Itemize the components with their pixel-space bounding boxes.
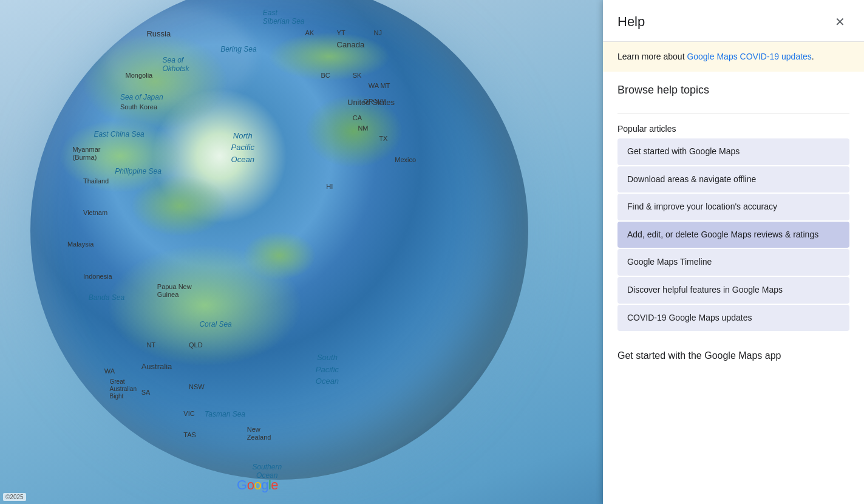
- label-nt: NT: [146, 341, 155, 349]
- help-content[interactable]: Browse help topics Popular articles Get …: [603, 72, 864, 504]
- label-east-china-sea: East China Sea: [94, 130, 144, 138]
- label-arctic-ocean: Arctic Ocean: [189, 0, 234, 1]
- map-labels-container: Arctic Ocean East Siberian Sea Russia Be…: [30, 0, 559, 504]
- popular-articles-title: Popular articles: [617, 124, 849, 134]
- close-button[interactable]: ✕: [830, 12, 849, 32]
- article-item-4[interactable]: Google Maps Timeline: [617, 249, 849, 276]
- covid-notice-link[interactable]: Google Maps COVID-19 updates: [687, 52, 811, 61]
- covid-notice: Learn more about Google Maps COVID-19 up…: [603, 42, 864, 72]
- label-tasman-sea: Tasman Sea: [205, 410, 245, 418]
- google-logo-g2: g: [261, 477, 268, 492]
- article-item-1[interactable]: Download areas & navigate offline: [617, 166, 849, 193]
- label-sea-of-japan: Sea of Japan: [120, 93, 163, 101]
- label-nj: NJ: [374, 29, 382, 36]
- label-vietnam: Vietnam: [83, 209, 107, 216]
- article-item-0[interactable]: Get started with Google Maps: [617, 138, 849, 165]
- label-thailand: Thailand: [83, 177, 109, 185]
- help-header: Help ✕: [603, 0, 864, 42]
- label-wa: WA: [104, 367, 115, 375]
- label-north-pacific-ocean: North Pacific Ocean: [231, 130, 254, 166]
- label-sa: SA: [141, 389, 151, 396]
- google-logo-g: G: [237, 477, 247, 492]
- google-logo-o2: o: [254, 477, 261, 492]
- label-myanmar: Myanmar (Burma): [73, 146, 101, 162]
- label-new-zealand: New Zealand: [247, 426, 271, 441]
- help-title: Help: [617, 14, 645, 30]
- covid-notice-text-before: Learn more about: [617, 52, 687, 61]
- label-hi: HI: [326, 183, 333, 190]
- label-wa-mt: WA MT: [369, 82, 390, 89]
- label-great-australian-bight: Great Australian Bight: [110, 378, 137, 400]
- label-russia: Russia: [146, 29, 171, 38]
- label-or-wy: OR WY: [363, 98, 386, 105]
- google-logo: Google: [237, 477, 278, 493]
- label-mongolia: Mongolia: [126, 72, 153, 79]
- label-nsw: NSW: [189, 383, 205, 390]
- label-australia: Australia: [141, 362, 172, 371]
- label-sk: SK: [353, 72, 362, 79]
- browse-title: Browse help topics: [617, 84, 849, 97]
- label-papua-new-guinea: Papua New Guinea: [157, 283, 192, 299]
- label-yt: YT: [337, 29, 345, 36]
- label-philippine-sea: Philippine Sea: [115, 167, 162, 175]
- google-logo-e: e: [271, 477, 278, 492]
- label-united-states: United States: [347, 98, 395, 107]
- label-bc: BC: [321, 72, 330, 79]
- articles-list: Get started with Google MapsDownload are…: [617, 138, 849, 331]
- label-vic: VIC: [183, 410, 194, 417]
- label-banda-sea: Banda Sea: [89, 293, 124, 302]
- article-item-6[interactable]: COVID-19 Google Maps updates: [617, 305, 849, 332]
- label-canada: Canada: [337, 40, 365, 49]
- get-started-section: Get started with the Google Maps app: [603, 337, 864, 370]
- label-sea-of-okhotsk: Sea of Okhotsk: [163, 56, 189, 73]
- label-coral-sea: Coral Sea: [199, 320, 231, 329]
- google-logo-o1: o: [247, 477, 254, 492]
- label-ca: CA: [353, 114, 362, 121]
- label-south-korea: South Korea: [120, 103, 157, 111]
- help-panel: Help ✕ Learn more about Google Maps COVI…: [603, 0, 864, 504]
- article-item-2[interactable]: Find & improve your location's accuracy: [617, 194, 849, 220]
- label-nm: NM: [358, 124, 368, 132]
- label-ak: AK: [305, 29, 314, 36]
- article-item-5[interactable]: Discover helpful features in Google Maps: [617, 277, 849, 304]
- label-malaysia: Malaysia: [67, 240, 94, 248]
- label-indonesia: Indonesia: [83, 273, 112, 280]
- label-south-pacific-ocean: South Pacific Ocean: [316, 352, 339, 387]
- get-started-title: Get started with the Google Maps app: [617, 349, 849, 363]
- browse-section: Browse help topics: [603, 72, 864, 114]
- popular-articles-section: Popular articles Get started with Google…: [603, 114, 864, 337]
- label-east-siberian-sea: East Siberian Sea: [263, 9, 305, 26]
- map-attribution: ©2025: [3, 493, 26, 501]
- label-qld: QLD: [189, 341, 203, 349]
- label-mexico: Mexico: [395, 156, 416, 163]
- covid-notice-text-after: .: [812, 52, 814, 61]
- article-item-3[interactable]: Add, edit, or delete Google Maps reviews…: [617, 222, 849, 248]
- label-tas: TAS: [183, 431, 196, 438]
- label-bering-sea: Bering Sea: [220, 45, 256, 53]
- label-tx: TX: [379, 135, 387, 142]
